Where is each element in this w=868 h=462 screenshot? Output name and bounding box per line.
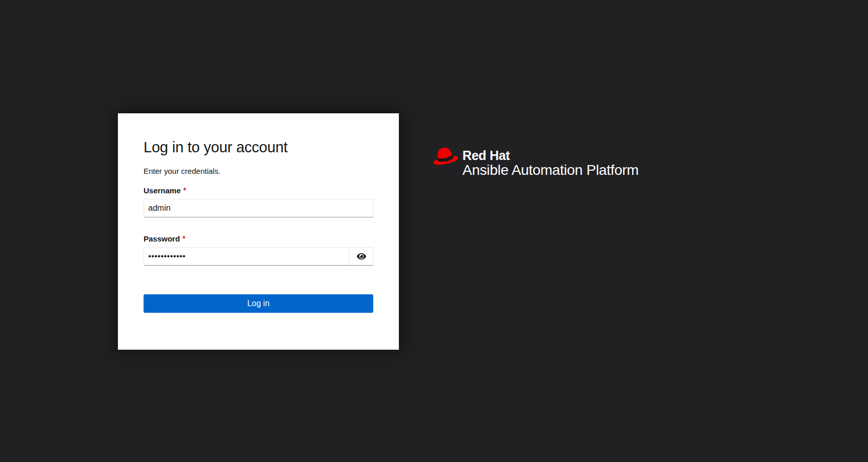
show-password-button[interactable] bbox=[349, 248, 373, 265]
login-button[interactable]: Log in bbox=[144, 294, 373, 313]
username-label: Username* bbox=[144, 186, 373, 196]
login-subtitle: Enter your credentials. bbox=[144, 166, 373, 176]
password-label: Password* bbox=[144, 234, 373, 244]
eye-icon bbox=[357, 252, 366, 260]
brand-text: Red Hat Ansible Automation Platform bbox=[462, 143, 639, 178]
password-input-group bbox=[144, 247, 373, 266]
username-input[interactable] bbox=[144, 199, 373, 217]
password-input[interactable] bbox=[144, 248, 349, 265]
brand-product-name: Ansible Automation Platform bbox=[462, 163, 639, 178]
login-card: Log in to your account Enter your creden… bbox=[118, 113, 399, 350]
page-title: Log in to your account bbox=[144, 138, 373, 156]
brand-company-name: Red Hat bbox=[462, 149, 639, 163]
password-required-indicator: * bbox=[183, 234, 185, 243]
red-hat-fedora-logo-icon bbox=[432, 143, 458, 169]
username-required-indicator: * bbox=[184, 186, 186, 194]
brand-block: Red Hat Ansible Automation Platform bbox=[432, 143, 639, 178]
